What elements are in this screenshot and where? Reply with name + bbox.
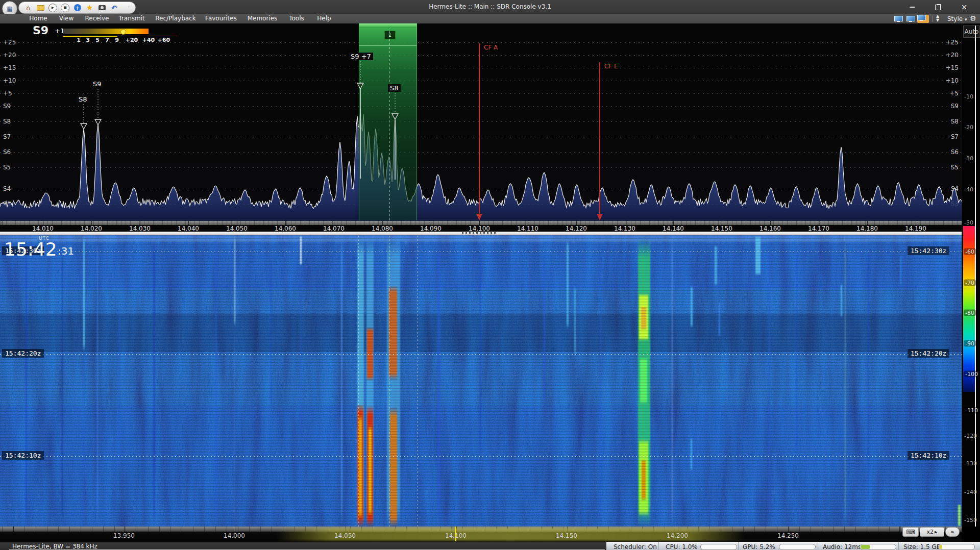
nav-freq-label: 14.050 [334, 532, 356, 539]
continue-button[interactable]: » [945, 527, 960, 537]
freq-label: 14.030 [129, 225, 151, 232]
zoom-expand-icon: ▶ [935, 530, 937, 534]
timestamp-right: 15:42:20z [908, 349, 949, 358]
status-progress-bar [700, 544, 737, 550]
freq-label: 14.070 [323, 225, 345, 232]
timestamp-left: 15:42:20z [2, 349, 44, 358]
smeter-tick: 9 [115, 37, 119, 43]
status-progress-fill [939, 545, 942, 549]
status-separator [898, 542, 899, 550]
freq-label: 14.170 [808, 225, 829, 232]
menu-item-view[interactable]: View [59, 15, 74, 22]
freq-label: 14.090 [420, 225, 442, 232]
status-progress-bar [938, 544, 975, 550]
freq-label: 14.010 [32, 225, 54, 232]
fast-forward-icon: » [950, 529, 954, 535]
keyboard-icon: ⌨ [906, 529, 915, 536]
freq-label: 14.190 [905, 225, 926, 232]
smeter-tick: 5 [95, 37, 100, 43]
freq-label: 14.110 [517, 225, 538, 232]
waterfall-timeline [0, 354, 962, 355]
freq-label: 14.130 [614, 225, 635, 232]
nav-freq-label: 14.100 [445, 532, 467, 539]
legend-tick: -80 [964, 310, 976, 316]
smeter-bar [63, 29, 149, 34]
waterfall-scanlines [0, 235, 962, 527]
keyboard-entry-button[interactable]: ⌨ [902, 527, 919, 537]
timestamp-right: 15:42:30z [908, 246, 949, 255]
status-progress-bar [860, 544, 896, 550]
freq-label: 14.150 [711, 225, 732, 232]
smeter-scale-line [63, 36, 117, 37]
freq-label: 14.040 [178, 225, 199, 232]
menu-item-home[interactable]: Home [29, 15, 47, 22]
cf-marker-label: CF A [482, 44, 499, 51]
timestamp-right: 15:42:10z [908, 451, 949, 460]
waterfall-display[interactable]: 15:42:30z15:42:30z15:42:20z15:42:20z15:4… [0, 235, 962, 527]
scale-slider-line[interactable] [975, 26, 976, 527]
nav-corner [962, 527, 980, 542]
menu-item-memories[interactable]: Memories [248, 15, 278, 22]
status-separator [738, 542, 739, 550]
amplitude-tick: -20 [964, 124, 973, 131]
freq-label: 14.180 [856, 225, 878, 232]
waterfall-tune-marker [358, 235, 359, 527]
chevron-down-icon: ▾ [965, 17, 967, 22]
smeter-tick: +60 [158, 37, 170, 43]
amplitude-tick: -130 [964, 460, 977, 467]
legend-tick: -70 [964, 280, 976, 286]
freq-label: 14.060 [275, 225, 296, 232]
cf-marker-arrow [476, 214, 482, 220]
freq-label: 14.020 [81, 225, 102, 232]
nav-freq-label: 14.200 [667, 532, 688, 539]
smeter-tick: +40 [142, 37, 155, 43]
menu-item-rec-playback[interactable]: Rec/Playback [155, 15, 195, 22]
legend-tick: -90 [964, 340, 976, 347]
status-item-label: CPU: 1.0% [666, 543, 698, 550]
cf-marker-label: CF E [603, 63, 620, 70]
peak-marker-label: S8 [77, 95, 89, 103]
amplitude-tick: -120 [964, 433, 977, 439]
freq-label: 14.100 [469, 225, 490, 232]
smeter-reading: S9 [33, 24, 48, 37]
nav-freq-label: 14.150 [556, 532, 577, 539]
nav-freq-label: 14.250 [777, 532, 799, 539]
menu-item-receive[interactable]: Receive [85, 15, 109, 22]
zoom-button[interactable]: x2▶ [920, 527, 944, 537]
menu-item-favourites[interactable]: Favourites [205, 15, 237, 22]
smeter-scale-line-over [118, 36, 177, 36]
clock-time: 15:42 [4, 239, 57, 260]
peak-marker-label: S8 [388, 84, 401, 92]
status-item-label: Audio: 12ms [823, 543, 861, 550]
auto-range-button[interactable]: Auto [963, 26, 980, 38]
amplitude-tick: -30 [964, 155, 973, 162]
status-item-label: GPU: 5.2% [743, 543, 775, 550]
amplitude-scale-panel: Auto -10-20-30-40-50-60-70-80-90-100-110… [962, 23, 980, 527]
smeter-tick: 3 [86, 37, 90, 43]
smeter-peak-dot [120, 29, 126, 35]
nav-freq-label: 13.950 [113, 532, 135, 539]
menu-item-transmit[interactable]: Transmit [118, 15, 144, 22]
amplitude-tick: -40 [964, 186, 973, 193]
freq-label: 14.080 [372, 225, 393, 232]
legend-tick: -110 [964, 407, 979, 414]
amplitude-tick: -140 [964, 489, 977, 495]
status-item-label: Scheduler: On [614, 543, 657, 550]
legend-tick: -60 [964, 248, 976, 255]
waterfall-timeline [0, 252, 962, 252]
nav-freq-label: 14.000 [224, 532, 245, 539]
menu-item-help[interactable]: Help [317, 15, 331, 22]
gear-icon[interactable]: ⚙ [970, 14, 976, 22]
spectrum-markers [0, 0, 962, 235]
sdr-console-window: ▦ ⌂ ▶ ■ + ★ ↶ ▾ Hermes-Lite :: Main :: S… [0, 0, 980, 550]
waterfall-tune-marker [417, 235, 418, 527]
waterfall-tune-marker [389, 235, 389, 527]
amplitude-tick: -10 [964, 93, 973, 100]
cf-marker-line[interactable] [599, 62, 600, 214]
status-separator [658, 542, 659, 550]
menu-item-tools[interactable]: Tools [289, 15, 304, 22]
cf-marker-line[interactable] [479, 43, 480, 214]
smeter-tick: 7 [105, 37, 109, 43]
status-progress-bar [779, 544, 816, 550]
status-item-label: Size: 1.5 GB [903, 543, 941, 550]
